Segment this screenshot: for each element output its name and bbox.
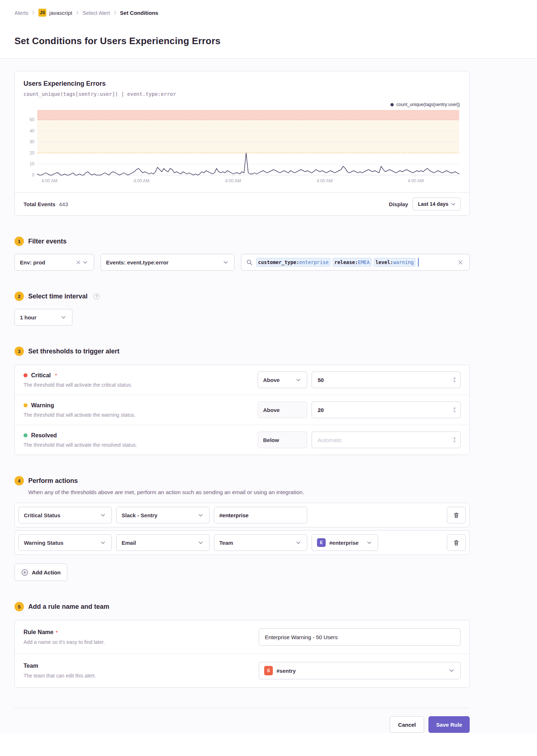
time-interval-select[interactable]: 1 hour — [14, 309, 72, 326]
critical-operator-select[interactable]: Above — [258, 371, 307, 388]
warning-threshold-input[interactable] — [312, 402, 461, 418]
section-thresholds: 3 Set thresholds to trigger alert Critic… — [14, 347, 470, 455]
action-status-select[interactable]: Warning Status — [18, 534, 112, 551]
page-title: Set Conditions for Users Experiencing Er… — [14, 35, 523, 47]
cancel-button[interactable]: Cancel — [390, 716, 424, 733]
chevron-down-icon — [222, 261, 229, 264]
breadcrumb-set-conditions: Set Conditions — [120, 10, 158, 16]
action-target-select[interactable]: Email — [116, 534, 210, 551]
breadcrumb-select-alert[interactable]: Select Alert — [83, 10, 110, 16]
resolved-operator-value: Below — [263, 437, 279, 443]
rule-name-title: Add a rule name and team — [28, 603, 109, 611]
chevron-right-icon — [32, 10, 35, 15]
chevron-down-icon — [366, 541, 373, 544]
warning-threshold-row: Warning The threshold that will activate… — [15, 395, 469, 425]
token-value: enterprise — [299, 259, 329, 265]
rule-team-row: Team The team that can edit this alert. … — [15, 654, 469, 687]
chart-legend: count_unique(tags[sentry:user]) — [24, 102, 460, 107]
action-status-select[interactable]: Critical Status — [18, 507, 112, 523]
rule-team-value: #sentry — [276, 668, 296, 674]
team-avatar-badge: S — [264, 666, 273, 675]
svg-text:4:00 AM: 4:00 AM — [42, 178, 58, 183]
section-filter-events: 1 Filter events Env: prod Events: event.… — [14, 237, 470, 271]
total-events-value: 443 — [59, 201, 68, 207]
event-types-select[interactable]: Events: event.type:error — [101, 254, 234, 271]
step-3-badge: 3 — [14, 347, 24, 356]
step-1-badge: 1 — [14, 237, 24, 246]
token-key: customer_type: — [258, 259, 299, 265]
search-token[interactable]: release:EMEA — [333, 258, 372, 267]
svg-text:0: 0 — [32, 173, 34, 178]
time-range-button[interactable]: Last 14 days — [413, 198, 461, 211]
action-row-critical: Critical Status Slack - Sentry — [14, 503, 470, 527]
critical-description: The threshold that will activate the cri… — [24, 382, 258, 388]
action-target-value: Slack - Sentry — [122, 512, 157, 518]
chevron-down-icon — [100, 514, 106, 517]
section-rule-name: 5 Add a rule name and team Rule Name * A… — [14, 602, 470, 688]
token-value: warning — [393, 259, 414, 265]
chevron-right-icon — [114, 10, 117, 15]
search-token[interactable]: customer_type:enterprise — [256, 258, 330, 267]
svg-text:30: 30 — [30, 139, 35, 144]
trash-icon — [453, 512, 459, 518]
add-action-label: Add Action — [32, 569, 60, 576]
save-rule-button[interactable]: Save Rule — [428, 716, 470, 733]
filter-search-input[interactable]: customer_type:enterprise release:EMEA le… — [241, 254, 470, 271]
time-interval-title: Select time interval — [28, 293, 88, 300]
breadcrumb-project[interactable]: JS javascript — [38, 9, 72, 17]
critical-dot-icon — [24, 373, 28, 377]
rule-team-select[interactable]: S #sentry — [259, 662, 461, 679]
rule-name-row: Rule Name * Add a name so it's easy to f… — [15, 620, 469, 654]
chevron-down-icon — [100, 541, 106, 544]
svg-text:4:00 AM: 4:00 AM — [225, 178, 241, 183]
resolved-operator-static: Below — [258, 432, 307, 448]
section-time-interval: 2 Select time interval ? 1 hour — [14, 292, 470, 326]
warning-dot-icon — [24, 403, 28, 407]
svg-text:10: 10 — [30, 161, 35, 166]
breadcrumb-alerts[interactable]: Alerts — [14, 10, 28, 16]
required-asterisk: * — [55, 373, 57, 378]
action-status-value: Warning Status — [24, 540, 63, 546]
clear-search-icon[interactable] — [457, 260, 464, 265]
rule-name-input[interactable] — [259, 628, 461, 646]
delete-action-button[interactable] — [447, 534, 466, 551]
stepper-icon[interactable] — [453, 377, 456, 383]
environment-select[interactable]: Env: prod — [14, 254, 94, 271]
stepper-icon[interactable] — [453, 437, 456, 443]
step-5-badge: 5 — [14, 602, 24, 611]
action-row-warning: Warning Status Email Team E #enterprise — [14, 530, 470, 555]
team-select[interactable]: E #enterprise — [312, 534, 378, 551]
section-perform-actions: 4 Perform actions When any of the thresh… — [14, 476, 470, 581]
warning-operator-value: Above — [263, 407, 280, 413]
javascript-platform-icon: JS — [38, 9, 46, 17]
alert-chart-panel: Users Experiencing Errors count_unique(t… — [14, 71, 470, 216]
svg-text:4:00 AM: 4:00 AM — [408, 178, 424, 183]
required-asterisk: * — [56, 630, 58, 635]
search-token[interactable]: level:warning — [374, 258, 416, 267]
resolved-label: Resolved — [31, 432, 57, 439]
chevron-right-icon — [76, 10, 79, 15]
display-label: Display — [389, 201, 408, 207]
delete-action-button[interactable] — [447, 507, 466, 523]
slack-channel-input[interactable] — [214, 507, 307, 523]
stepper-icon[interactable] — [453, 407, 456, 413]
action-target-select[interactable]: Slack - Sentry — [116, 507, 210, 523]
team-avatar-badge: E — [317, 538, 326, 547]
chevron-down-icon — [82, 261, 89, 264]
resolved-dot-icon — [24, 433, 28, 437]
breadcrumb-project-label: javascript — [49, 10, 72, 16]
member-type-select[interactable]: Team — [214, 534, 307, 551]
team-select-value: #enterprise — [329, 540, 359, 546]
chevron-down-icon — [197, 541, 204, 544]
thresholds-panel: Critical * The threshold that will activ… — [14, 365, 470, 455]
clear-environment-icon[interactable] — [75, 260, 82, 264]
resolved-threshold-input[interactable] — [312, 432, 461, 448]
chevron-down-icon — [60, 316, 67, 319]
critical-threshold-input[interactable] — [312, 371, 461, 388]
total-events: Total Events 443 — [24, 201, 68, 207]
help-icon[interactable]: ? — [93, 293, 100, 300]
warning-label: Warning — [31, 402, 54, 409]
add-action-button[interactable]: Add Action — [14, 564, 67, 581]
filter-events-title: Filter events — [28, 238, 67, 245]
chart-query: count_unique(tags[sentry:user]) | event.… — [24, 91, 461, 97]
